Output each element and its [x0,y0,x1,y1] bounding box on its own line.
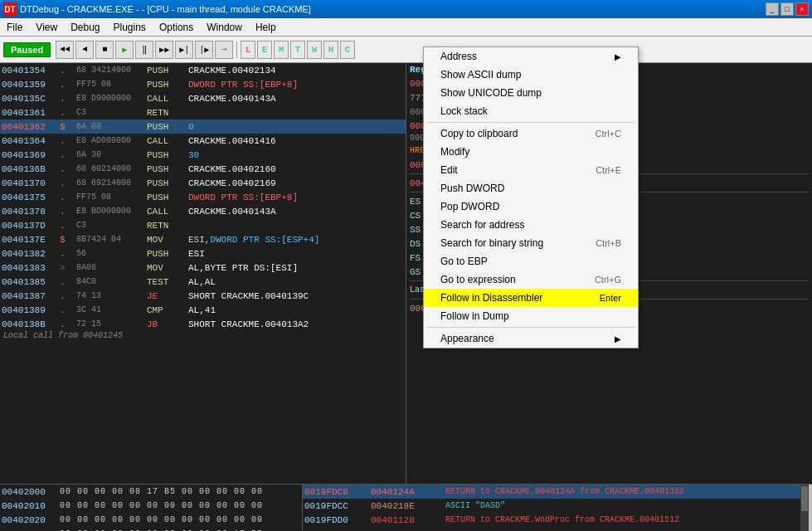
toolbar-run[interactable]: ▶ [115,41,134,59]
menu-options[interactable]: Options [153,18,200,36]
toolbar-stop[interactable]: ■ [95,41,114,59]
disasm-row[interactable]: 00401387 . 74 13 JE SHORT CRACKME.004013… [0,289,406,303]
disasm-row[interactable]: 00401378 . E8 BD000000 CALL CRACKME.0040… [0,204,406,218]
toolbar-step-to[interactable]: ▶| [175,41,193,59]
status-badge: Paused [3,42,51,57]
stack-row[interactable]: 0019FDD0 00401128 RETURN to CRACKME.WndP… [303,513,809,527]
ctx-search-binary[interactable]: Search for binary string Ctrl+B [424,234,638,252]
window-controls[interactable]: _ □ × [766,2,809,16]
maximize-button[interactable]: □ [780,2,794,16]
hex-row: 00402010 00 00 00 00 00 00 00 00 00 00 0… [0,499,302,513]
toolbar-t[interactable]: T [290,41,305,59]
toolbar-w[interactable]: W [307,41,322,59]
ctx-show-ascii[interactable]: Show ASCII dump [424,66,638,84]
disasm-row[interactable]: 0040136B . 68 60214000 PUSH CRACKME.0040… [0,162,406,176]
disasm-row-selected[interactable]: 00401362 $ 6A 00 PUSH 0 [0,119,406,134]
ctx-sep-2 [427,327,635,328]
ctx-show-unicode[interactable]: Show UNICODE dump [424,84,638,102]
ctx-follow-disasm[interactable]: Follow in Disassembler Enter [424,289,638,307]
window-title: DTDebug - CRACKME.EXE - - [CPU - main th… [20,4,766,14]
toolbar-separator-1 [236,41,237,58]
ctx-modify[interactable]: Modify [424,143,638,161]
menu-plugins[interactable]: Plugins [107,18,153,36]
disasm-row[interactable]: 0040137D . C3 RETN [0,218,406,232]
bottom-area: 00402000 00 00 00 00 08 17 B5 00 00 00 0… [0,484,812,531]
toolbar-h[interactable]: H [323,41,338,59]
menu-window[interactable]: Window [200,18,249,36]
disasm-row[interactable]: 00401370 . 68 69214000 PUSH CRACKME.0040… [0,176,406,190]
disasm-panel[interactable]: 00401354 . 68 34214000 PUSH CRACKME.0040… [0,63,406,484]
toolbar-rewind[interactable]: ◄◄ [56,41,74,59]
ctx-search-address[interactable]: Search for address [424,216,638,234]
toolbar-pause[interactable]: ‖ [135,41,153,59]
toolbar-c[interactable]: C [340,41,355,59]
ctx-push-dword[interactable]: Push DWORD [424,179,638,197]
toolbar-e[interactable]: E [257,41,272,59]
menu-help[interactable]: Help [249,18,283,36]
hex-row: 00402000 00 00 00 00 08 17 B5 00 00 00 0… [0,485,302,499]
toolbar: Paused ◄◄ ◄ ■ ▶ ‖ ▶▶ ▶| |▶ → L E M T W H… [0,37,812,63]
menu-view[interactable]: View [29,18,64,36]
disasm-row[interactable]: 00401354 . 68 34214000 PUSH CRACKME.0040… [0,63,406,77]
stack-row[interactable]: 0019FDD4 00000000 [303,527,809,531]
minimize-button[interactable]: _ [766,2,779,16]
title-bar: DT DTDebug - CRACKME.EXE - - [CPU - main… [0,0,812,18]
ctx-pop-dword[interactable]: Pop DWORD [424,197,638,216]
ctx-lock-stack[interactable]: Lock stack [424,102,638,120]
hex-panel[interactable]: 00402000 00 00 00 00 08 17 B5 00 00 00 0… [0,485,303,531]
stack-row-selected[interactable]: 0019FDC8 0040124A RETURN to CRACKME.0040… [303,485,809,499]
disasm-row[interactable]: 00401385 . 84C0 TEST AL,AL [0,275,406,289]
toolbar-prev[interactable]: ◄ [75,41,94,59]
toolbar-m[interactable]: M [274,41,289,59]
stack-panel[interactable]: 0019FDC8 0040124A RETURN to CRACKME.0040… [303,485,809,531]
disasm-row[interactable]: 00401369 . 6A 30 PUSH 30 [0,148,406,162]
scrollbar[interactable] [800,485,809,531]
ctx-edit[interactable]: Edit Ctrl+E [424,161,638,179]
toolbar-l[interactable]: L [241,41,255,59]
disasm-row[interactable]: 0040135C . E8 D9000000 CALL CRACKME.0040… [0,91,406,105]
menu-debug[interactable]: Debug [64,18,106,36]
disasm-row[interactable]: 00401364 . E8 AD000000 CALL CRACKME.0040… [0,134,406,148]
toolbar-arrow[interactable]: → [215,41,233,59]
toolbar-step-over[interactable]: |▶ [195,41,213,59]
ctx-goto-ebp[interactable]: Go to EBP [424,252,638,270]
menu-bar: File View Debug Plugins Options Window H… [0,18,812,37]
disasm-row[interactable]: 0040137E $ 8B7424 04 MOV ESI,DWORD PTR S… [0,232,406,246]
disasm-row[interactable]: 00401383 > 8A06 MOV AL,BYTE PTR DS:[ESI] [0,261,406,275]
stack-row[interactable]: 0019FDCC 0040218E ASCII "DASD" [303,499,809,513]
hex-row: 00402030 00 00 00 00 00 00 00 00 00 08 1… [0,527,302,531]
ctx-follow-dump[interactable]: Follow in Dump [424,307,638,325]
disasm-row[interactable]: 00401389 . 3C 41 CMP AL,41 [0,303,406,317]
ctx-goto-expr[interactable]: Go to expression Ctrl+G [424,270,638,289]
disasm-row[interactable]: 00401359 . FF75 08 PUSH DWORD PTR SS:[EB… [0,77,406,91]
ctx-copy-clipboard[interactable]: Copy to clipboard Ctrl+C [424,124,638,143]
context-menu[interactable]: Address ▶ Show ASCII dump Show UNICODE d… [423,46,639,348]
ctx-address[interactable]: Address ▶ [424,47,638,66]
ctx-appearance[interactable]: Appearance ▶ [424,329,638,348]
scrollbar-thumb[interactable] [801,486,808,511]
app-icon: DT [3,2,17,16]
ctx-sep-1 [427,122,635,123]
disasm-row[interactable]: 00401375 . FF75 08 PUSH DWORD PTR SS:[EB… [0,190,406,204]
local-call-info: Local call from 00401245 [0,331,406,340]
disasm-row[interactable]: 00401361 . C3 RETN [0,105,406,119]
main-container: 00401354 . 68 34214000 PUSH CRACKME.0040… [0,63,812,484]
close-button[interactable]: × [795,2,809,16]
disasm-row[interactable]: 0040138B . 72 15 JB SHORT CRACKME.004013… [0,317,406,331]
disasm-row[interactable]: 00401382 . 56 PUSH ESI [0,246,406,261]
menu-file[interactable]: File [0,18,29,36]
hex-row: 00402020 00 00 00 00 00 00 00 00 00 00 0… [0,513,302,527]
toolbar-ff[interactable]: ▶▶ [155,41,173,59]
